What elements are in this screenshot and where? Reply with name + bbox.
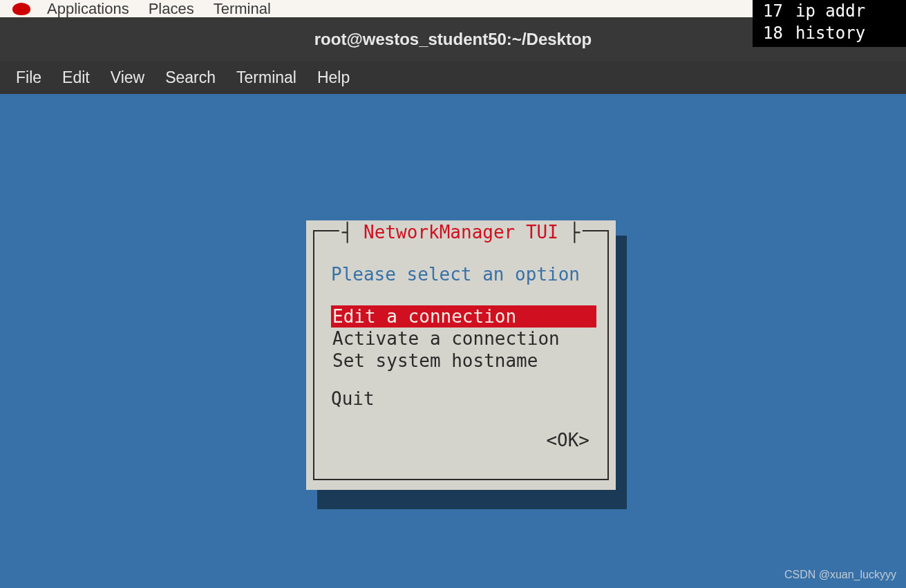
panel-terminal[interactable]: Terminal [204,0,281,18]
tui-border: ┤ NetworkManager TUI ├ Please select an … [313,230,609,480]
tui-option-list: Edit a connection Activate a connection … [331,305,596,372]
panel-places[interactable]: Places [139,0,204,18]
watermark: CSDN @xuan_luckyyy [784,569,896,581]
history-num: 17 [757,0,795,22]
redhat-icon [12,3,30,15]
background-terminal: 17 ip addr 18 history [753,0,906,47]
history-line-18: 18 history [757,22,902,44]
option-edit-connection[interactable]: Edit a connection [331,305,596,328]
menu-help[interactable]: Help [307,68,360,87]
menu-file[interactable]: File [6,68,52,87]
history-num: 18 [757,22,795,44]
panel-applications[interactable]: Applications [37,0,139,18]
tui-title-text: NetworkManager TUI [364,222,558,243]
option-set-hostname[interactable]: Set system hostname [331,350,596,372]
tui-title: ┤ NetworkManager TUI ├ [339,222,583,243]
history-line-17: 17 ip addr [757,0,902,22]
terminal-menu-bar: File Edit View Search Terminal Help [0,61,906,94]
menu-search[interactable]: Search [155,68,226,87]
tui-prompt: Please select an option [331,264,580,285]
option-quit[interactable]: Quit [331,388,375,409]
menu-terminal[interactable]: Terminal [226,68,307,87]
option-activate-connection[interactable]: Activate a connection [331,328,596,350]
history-cmd: ip addr [795,0,865,22]
history-cmd: history [795,22,865,44]
menu-view[interactable]: View [100,68,155,87]
nmtui-dialog: ┤ NetworkManager TUI ├ Please select an … [306,220,616,490]
ok-button[interactable]: <OK> [546,430,589,451]
menu-edit[interactable]: Edit [52,68,100,87]
window-title: root@westos_student50:~/Desktop [314,30,592,49]
